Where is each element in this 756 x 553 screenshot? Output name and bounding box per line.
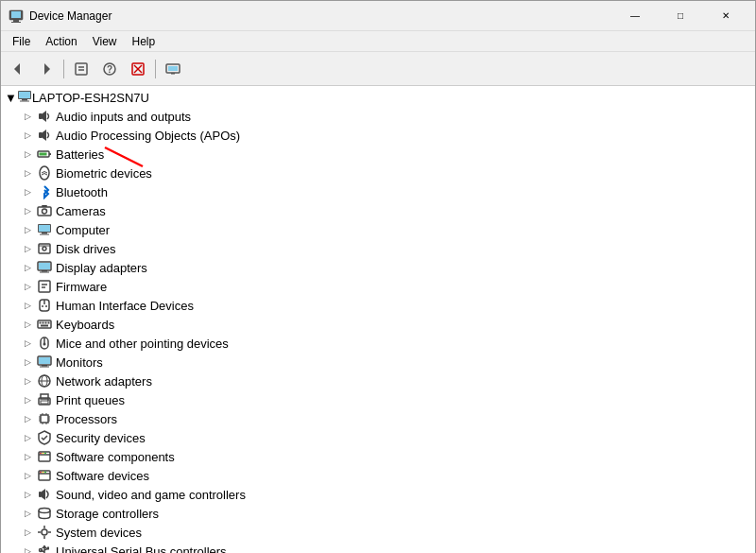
forward-button[interactable] <box>33 56 60 82</box>
tree-item-expand-icon[interactable]: ▷ <box>20 392 35 407</box>
tree-item-expand-icon[interactable]: ▷ <box>20 128 35 143</box>
tree-item[interactable]: ▷Storage controllers <box>16 504 755 523</box>
tree-item-icon <box>37 260 52 275</box>
tree-item-expand-icon[interactable]: ▷ <box>20 109 35 124</box>
tree-item[interactable]: ▷Software components <box>16 447 755 466</box>
tree-item[interactable]: ▷Network adapters <box>16 372 755 390</box>
tree-item-expand-icon[interactable]: ▷ <box>20 411 35 426</box>
svg-rect-35 <box>40 234 49 235</box>
svg-marker-22 <box>43 111 46 122</box>
tree-item[interactable]: ▷Monitors <box>16 353 755 372</box>
tree-item-label: Display adapters <box>56 261 147 275</box>
svg-rect-67 <box>41 394 48 399</box>
root-computer-icon <box>17 89 32 107</box>
tree-item[interactable]: ▷Firmware <box>16 277 755 296</box>
tree-item[interactable]: ▷Audio Processing Objects (APOs) <box>16 126 755 145</box>
tree-item-icon <box>37 298 52 313</box>
menu-action[interactable]: Action <box>38 33 84 50</box>
svg-point-88 <box>40 472 42 474</box>
tree-item-expand-icon[interactable]: ▷ <box>20 506 35 521</box>
help-button[interactable]: ? <box>96 56 123 82</box>
tree-item-icon <box>37 525 52 540</box>
tree-item[interactable]: ▷Human Interface Devices <box>16 296 755 315</box>
svg-point-49 <box>45 305 47 307</box>
tree-item[interactable]: ▷Audio inputs and outputs <box>16 107 755 126</box>
tree-item[interactable]: ▷Biometric devices <box>16 164 755 182</box>
tree-item-label: Cameras <box>56 204 106 218</box>
svg-rect-62 <box>40 367 49 368</box>
tree-item-expand-icon[interactable]: ▷ <box>20 165 35 181</box>
minimize-button[interactable]: — <box>613 1 657 31</box>
svg-rect-52 <box>43 322 44 324</box>
svg-rect-6 <box>76 63 87 75</box>
tree-item-expand-icon[interactable]: ▷ <box>20 487 35 502</box>
tree-item[interactable]: ▷Computer <box>16 220 755 239</box>
tree-item-expand-icon[interactable]: ▷ <box>20 468 35 483</box>
svg-marker-5 <box>44 63 50 75</box>
tree-item[interactable]: ▷System devices <box>16 523 755 542</box>
menu-view[interactable]: View <box>85 33 125 50</box>
back-button[interactable] <box>5 56 31 82</box>
tree-item-label: Security devices <box>56 431 146 445</box>
menu-file[interactable]: File <box>5 33 38 50</box>
svg-rect-20 <box>20 100 29 101</box>
tree-item-expand-icon[interactable]: ▷ <box>20 222 35 237</box>
svg-rect-21 <box>39 113 43 119</box>
tree-item-icon <box>37 147 52 162</box>
properties-button[interactable] <box>68 56 94 82</box>
tree-item-icon <box>37 317 52 332</box>
tree-item[interactable]: ▷Mice and other pointing devices <box>16 334 755 353</box>
maximize-button[interactable]: □ <box>659 1 702 31</box>
svg-point-37 <box>43 247 46 251</box>
tree-item-expand-icon[interactable]: ▷ <box>20 449 35 464</box>
tree-item-expand-icon[interactable]: ▷ <box>20 354 35 370</box>
tree-item[interactable]: ▷Keyboards <box>16 315 755 334</box>
svg-rect-55 <box>41 325 48 327</box>
root-label: LAPTOP-ESH2SN7U <box>32 91 149 105</box>
toolbar: ? <box>1 52 755 86</box>
scan-button[interactable] <box>160 56 186 82</box>
tree-item[interactable]: ▷Display adapters <box>16 258 755 277</box>
svg-point-83 <box>40 453 42 455</box>
tree-item-expand-icon[interactable]: ▷ <box>20 317 35 332</box>
svg-rect-50 <box>38 320 51 328</box>
svg-rect-19 <box>22 99 27 101</box>
tree-root[interactable]: ▼ LAPTOP-ESH2SN7U <box>1 88 755 107</box>
tree-item[interactable]: ▷Software devices <box>16 466 755 485</box>
tree-item-expand-icon[interactable]: ▷ <box>20 184 35 199</box>
tree-item[interactable]: ▷Universal Serial Bus controllers <box>16 542 755 553</box>
svg-marker-92 <box>42 489 45 500</box>
svg-rect-23 <box>39 132 43 138</box>
tree-item-expand-icon[interactable]: ▷ <box>20 430 35 445</box>
tree-item-expand-icon[interactable]: ▷ <box>20 260 35 275</box>
tree-item-label: Mice and other pointing devices <box>56 337 229 351</box>
menu-bar: File Action View Help <box>1 31 755 52</box>
root-expand-icon[interactable]: ▼ <box>5 91 17 105</box>
svg-rect-16 <box>171 73 175 75</box>
uninstall-button[interactable] <box>125 56 151 82</box>
tree-item[interactable]: ▷Cameras <box>16 201 755 220</box>
close-button[interactable]: ✕ <box>704 1 747 31</box>
tree-item-label: Sound, video and game controllers <box>56 488 246 502</box>
tree-item-expand-icon[interactable]: ▷ <box>20 279 35 294</box>
tree-item-expand-icon[interactable]: ▷ <box>20 241 35 256</box>
tree-item[interactable]: ▷Processors <box>16 409 755 428</box>
tree-view[interactable]: ▼ LAPTOP-ESH2SN7U ▷Audio inputs and outp… <box>1 86 755 553</box>
tree-item-label: Firmware <box>56 280 107 294</box>
menu-help[interactable]: Help <box>125 33 163 50</box>
tree-item-icon <box>37 544 52 553</box>
tree-item-expand-icon[interactable]: ▷ <box>20 147 35 162</box>
tree-item[interactable]: ▷Batteries <box>16 145 755 164</box>
tree-item-expand-icon[interactable]: ▷ <box>20 544 35 553</box>
tree-item[interactable]: ▷Print queues <box>16 390 755 409</box>
tree-item-expand-icon[interactable]: ▷ <box>20 298 35 313</box>
tree-item[interactable]: ▷Bluetooth <box>16 182 755 201</box>
tree-item[interactable]: ▷Security devices <box>16 428 755 447</box>
tree-item-expand-icon[interactable]: ▷ <box>20 336 35 351</box>
tree-item-expand-icon[interactable]: ▷ <box>20 525 35 540</box>
tree-item-expand-icon[interactable]: ▷ <box>20 373 35 389</box>
tree-item[interactable]: ▷Disk drives <box>16 239 755 258</box>
svg-rect-61 <box>42 365 47 367</box>
tree-item-expand-icon[interactable]: ▷ <box>20 203 35 218</box>
tree-item[interactable]: ▷Sound, video and game controllers <box>16 485 755 504</box>
